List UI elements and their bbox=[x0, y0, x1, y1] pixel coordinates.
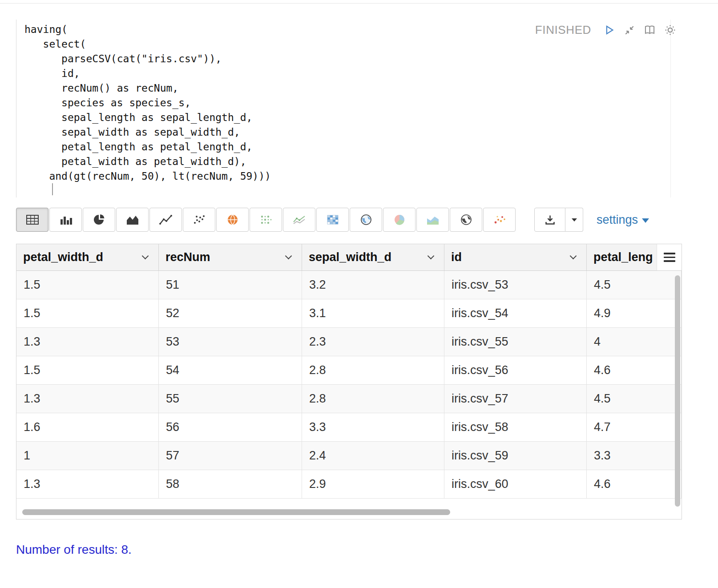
chart-table-button[interactable] bbox=[16, 208, 48, 232]
table-cell: 57 bbox=[159, 442, 302, 470]
chart-line-button[interactable] bbox=[149, 208, 182, 232]
download-dropdown-button[interactable] bbox=[565, 208, 583, 232]
chart-bubblegrid-button[interactable] bbox=[250, 208, 282, 232]
chart-colorscatter-button[interactable] bbox=[483, 208, 516, 232]
text-cursor bbox=[52, 183, 53, 195]
results-table: petal_width_drecNumsepal_width_didpetal_… bbox=[16, 244, 682, 520]
column-header-sepal_width_d[interactable]: sepal_width_d bbox=[302, 244, 444, 270]
table-row[interactable]: 1.3532.3iris.csv_554 bbox=[16, 328, 682, 356]
table-cell: 4.6 bbox=[587, 470, 682, 498]
column-header-label: sepal_width_d bbox=[302, 250, 391, 264]
table-cell: 58 bbox=[159, 470, 302, 498]
chart-worldmap-button[interactable] bbox=[450, 208, 482, 232]
chart-pie-button[interactable] bbox=[83, 208, 115, 232]
table-cell: iris.csv_55 bbox=[444, 328, 587, 356]
settings-toggle[interactable]: settings bbox=[597, 213, 649, 227]
table-header-row: petal_width_drecNumsepal_width_didpetal_… bbox=[16, 244, 682, 271]
code-line: sepal_width as sepal_width_d, bbox=[24, 125, 682, 140]
column-header-id[interactable]: id bbox=[444, 244, 587, 270]
column-menu-chevron-icon[interactable] bbox=[570, 253, 577, 260]
horizontal-scrollbar[interactable] bbox=[22, 509, 450, 515]
table-cell: iris.csv_53 bbox=[444, 271, 587, 299]
vertical-scrollbar[interactable] bbox=[675, 275, 680, 507]
table-row[interactable]: 1.5513.2iris.csv_534.5 bbox=[16, 271, 682, 299]
table-cell: 2.3 bbox=[302, 328, 444, 356]
settings-label: settings bbox=[597, 213, 638, 227]
code-block[interactable]: having( select( parseCSV(cat("iris.csv")… bbox=[16, 20, 682, 184]
table-cell: iris.csv_57 bbox=[444, 385, 587, 413]
table-cell: 1 bbox=[16, 442, 159, 470]
table-row[interactable]: 1.3582.9iris.csv_604.6 bbox=[16, 470, 682, 499]
chart-geomap-button[interactable] bbox=[350, 208, 382, 232]
status-badge: FINISHED bbox=[535, 23, 591, 37]
chart-area-button[interactable] bbox=[116, 208, 149, 232]
pie-chart-icon bbox=[93, 214, 106, 226]
color-scatter-icon bbox=[493, 214, 506, 226]
multi-line-chart-icon bbox=[293, 214, 306, 226]
dot-grid-icon bbox=[259, 214, 273, 226]
bar-chart-icon bbox=[59, 214, 73, 226]
download-button[interactable] bbox=[534, 208, 565, 232]
table-cell: iris.csv_59 bbox=[444, 442, 587, 470]
chart-map-button[interactable] bbox=[216, 208, 249, 232]
column-menu-chevron-icon[interactable] bbox=[142, 253, 149, 260]
table-cell: iris.csv_56 bbox=[444, 356, 587, 384]
hamburger-icon bbox=[664, 253, 675, 254]
code-line: parseCSV(cat("iris.csv")), bbox=[24, 52, 682, 66]
table-cell: 4 bbox=[587, 328, 682, 356]
pastel-pie-chart-icon bbox=[393, 214, 406, 226]
caret-down-icon bbox=[642, 218, 649, 223]
chart-scatter-button[interactable] bbox=[183, 208, 215, 232]
code-line: species as species_s, bbox=[24, 96, 682, 110]
paragraph-divider bbox=[0, 3, 718, 4]
chart-multibar-button[interactable] bbox=[49, 208, 82, 232]
grid-menu-button[interactable] bbox=[657, 244, 682, 271]
editor-scrollbar-track bbox=[670, 20, 671, 197]
table-cell: 1.5 bbox=[16, 356, 159, 384]
download-icon bbox=[544, 214, 556, 226]
paragraph-settings-button[interactable] bbox=[664, 24, 676, 36]
code-line: petal_width as petal_width_d), bbox=[24, 154, 682, 169]
collapse-editor-button[interactable] bbox=[624, 24, 635, 36]
download-split-button bbox=[534, 208, 583, 232]
table-row[interactable]: 1.5542.8iris.csv_564.6 bbox=[16, 356, 682, 385]
chart-sparkline-button[interactable] bbox=[283, 208, 315, 232]
table-cell: 4.6 bbox=[587, 356, 682, 384]
table-row[interactable]: 1.6563.3iris.csv_584.7 bbox=[16, 413, 682, 442]
run-button[interactable] bbox=[603, 24, 615, 36]
table-row[interactable]: 1.3552.8iris.csv_574.5 bbox=[16, 385, 682, 413]
table-cell: 1.3 bbox=[16, 328, 159, 356]
chart-stackedarea-button[interactable] bbox=[416, 208, 449, 232]
table-cell: 3.1 bbox=[302, 299, 444, 327]
table-cell: 1.5 bbox=[16, 299, 159, 327]
table-cell: 1.3 bbox=[16, 470, 159, 498]
show-output-button[interactable] bbox=[644, 24, 656, 36]
chart-heatmap-button[interactable] bbox=[316, 208, 349, 232]
book-icon bbox=[644, 24, 656, 36]
table-row[interactable]: 1572.4iris.csv_593.3 bbox=[16, 442, 682, 470]
result-count: Number of results: 8. bbox=[16, 543, 132, 557]
chart-pie2-button[interactable] bbox=[383, 208, 415, 232]
code-editor[interactable]: FINISHED having( bbox=[16, 20, 682, 197]
column-header-label: id bbox=[444, 250, 462, 264]
table-cell: 3.3 bbox=[587, 442, 682, 470]
code-line: and(gt(recNum, 50), lt(recNum, 59))) bbox=[24, 169, 682, 184]
table-cell: iris.csv_54 bbox=[444, 299, 587, 327]
table-cell: iris.csv_58 bbox=[444, 413, 587, 441]
code-line: petal_length as petal_length_d, bbox=[24, 140, 682, 154]
area-chart-icon bbox=[126, 214, 139, 226]
heatmap-icon bbox=[326, 214, 339, 226]
table-cell: 1.5 bbox=[16, 271, 159, 299]
column-header-recNum[interactable]: recNum bbox=[159, 244, 302, 270]
column-menu-chevron-icon[interactable] bbox=[428, 253, 435, 260]
play-icon bbox=[603, 24, 615, 36]
column-header-petal_width_d[interactable]: petal_width_d bbox=[16, 244, 159, 270]
code-line: recNum() as recNum, bbox=[24, 81, 682, 96]
table-cell: 1.3 bbox=[16, 385, 159, 413]
stacked-area-chart-icon bbox=[426, 214, 440, 226]
table-cell: 2.8 bbox=[302, 385, 444, 413]
table-row[interactable]: 1.5523.1iris.csv_544.9 bbox=[16, 299, 682, 328]
table-icon bbox=[26, 214, 39, 226]
column-menu-chevron-icon[interactable] bbox=[285, 253, 292, 260]
scatter-chart-icon bbox=[193, 214, 206, 226]
